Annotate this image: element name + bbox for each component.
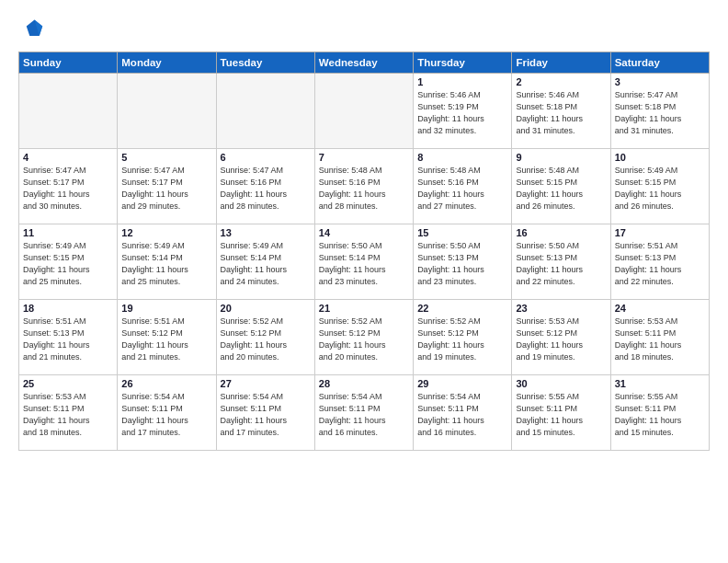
day-number: 9 [516,152,606,163]
weekday-header-row: SundayMondayTuesdayWednesdayThursdayFrid… [19,52,710,74]
day-content: Sunrise: 5:50 AM Sunset: 5:13 PM Dayligh… [516,240,606,288]
day-number: 16 [516,227,606,238]
day-number: 12 [121,227,211,238]
day-content: Sunrise: 5:55 AM Sunset: 5:11 PM Dayligh… [516,391,606,439]
weekday-header-thursday: Thursday [414,52,512,74]
day-content: Sunrise: 5:52 AM Sunset: 5:12 PM Dayligh… [221,316,311,363]
weekday-header-friday: Friday [512,52,610,74]
day-number: 4 [23,152,113,163]
day-content: Sunrise: 5:49 AM Sunset: 5:14 PM Dayligh… [121,240,211,288]
day-cell-5: 5Sunrise: 5:47 AM Sunset: 5:17 PM Daylig… [118,149,216,224]
day-cell-26: 26Sunrise: 5:54 AM Sunset: 5:11 PM Dayli… [118,375,216,451]
day-cell-29: 29Sunrise: 5:54 AM Sunset: 5:11 PM Dayli… [414,375,512,451]
day-number: 6 [221,152,311,163]
day-content: Sunrise: 5:49 AM Sunset: 5:15 PM Dayligh… [23,240,113,288]
day-content: Sunrise: 5:54 AM Sunset: 5:11 PM Dayligh… [417,391,507,439]
day-cell-12: 12Sunrise: 5:49 AM Sunset: 5:14 PM Dayli… [118,224,216,300]
day-number: 8 [417,152,507,163]
day-number: 2 [516,76,606,87]
day-cell-9: 9Sunrise: 5:48 AM Sunset: 5:15 PM Daylig… [512,149,610,224]
day-number: 3 [615,76,705,87]
week-row-1: 1Sunrise: 5:46 AM Sunset: 5:19 PM Daylig… [19,74,710,149]
week-row-3: 11Sunrise: 5:49 AM Sunset: 5:15 PM Dayli… [19,224,710,300]
day-cell-empty-2 [216,74,314,149]
day-number: 10 [615,152,705,163]
day-content: Sunrise: 5:50 AM Sunset: 5:13 PM Dayligh… [417,240,507,288]
day-cell-2: 2Sunrise: 5:46 AM Sunset: 5:18 PM Daylig… [512,74,610,149]
day-content: Sunrise: 5:53 AM Sunset: 5:11 PM Dayligh… [615,316,705,363]
day-number: 25 [23,378,113,389]
day-content: Sunrise: 5:48 AM Sunset: 5:16 PM Dayligh… [417,165,507,213]
day-cell-31: 31Sunrise: 5:55 AM Sunset: 5:11 PM Dayli… [610,375,709,451]
day-cell-3: 3Sunrise: 5:47 AM Sunset: 5:18 PM Daylig… [610,74,709,149]
day-cell-17: 17Sunrise: 5:51 AM Sunset: 5:13 PM Dayli… [610,224,709,300]
day-content: Sunrise: 5:54 AM Sunset: 5:11 PM Dayligh… [121,391,211,439]
day-content: Sunrise: 5:52 AM Sunset: 5:12 PM Dayligh… [319,316,409,363]
day-content: Sunrise: 5:47 AM Sunset: 5:17 PM Dayligh… [121,165,211,213]
day-number: 21 [319,303,409,314]
day-number: 20 [221,303,311,314]
day-cell-13: 13Sunrise: 5:49 AM Sunset: 5:14 PM Dayli… [216,224,314,300]
day-cell-6: 6Sunrise: 5:47 AM Sunset: 5:16 PM Daylig… [216,149,314,224]
day-content: Sunrise: 5:54 AM Sunset: 5:11 PM Dayligh… [221,391,311,439]
weekday-header-saturday: Saturday [610,52,709,74]
day-cell-24: 24Sunrise: 5:53 AM Sunset: 5:11 PM Dayli… [610,300,709,375]
day-content: Sunrise: 5:47 AM Sunset: 5:16 PM Dayligh… [221,165,311,213]
day-number: 26 [121,378,211,389]
day-cell-7: 7Sunrise: 5:48 AM Sunset: 5:16 PM Daylig… [314,149,413,224]
day-cell-27: 27Sunrise: 5:54 AM Sunset: 5:11 PM Dayli… [216,375,314,451]
day-number: 29 [417,378,507,389]
week-row-2: 4Sunrise: 5:47 AM Sunset: 5:17 PM Daylig… [19,149,710,224]
day-number: 19 [121,303,211,314]
day-number: 30 [516,378,606,389]
day-cell-15: 15Sunrise: 5:50 AM Sunset: 5:13 PM Dayli… [414,224,512,300]
day-cell-25: 25Sunrise: 5:53 AM Sunset: 5:11 PM Dayli… [19,375,118,451]
day-number: 14 [319,227,409,238]
day-cell-8: 8Sunrise: 5:48 AM Sunset: 5:16 PM Daylig… [414,149,512,224]
day-number: 23 [516,303,606,314]
day-cell-18: 18Sunrise: 5:51 AM Sunset: 5:13 PM Dayli… [19,300,118,375]
day-number: 27 [221,378,311,389]
day-content: Sunrise: 5:51 AM Sunset: 5:13 PM Dayligh… [615,240,705,288]
weekday-header-sunday: Sunday [19,52,118,74]
day-content: Sunrise: 5:48 AM Sunset: 5:16 PM Dayligh… [319,165,409,213]
day-number: 15 [417,227,507,238]
header [18,17,710,42]
week-row-5: 25Sunrise: 5:53 AM Sunset: 5:11 PM Dayli… [19,375,710,451]
day-cell-4: 4Sunrise: 5:47 AM Sunset: 5:17 PM Daylig… [19,149,118,224]
day-cell-21: 21Sunrise: 5:52 AM Sunset: 5:12 PM Dayli… [314,300,413,375]
day-cell-1: 1Sunrise: 5:46 AM Sunset: 5:19 PM Daylig… [414,74,512,149]
logo-icon [18,17,44,42]
day-cell-14: 14Sunrise: 5:50 AM Sunset: 5:14 PM Dayli… [314,224,413,300]
logo [18,17,48,42]
calendar: SundayMondayTuesdayWednesdayThursdayFrid… [18,52,710,451]
page: SundayMondayTuesdayWednesdayThursdayFrid… [0,0,728,563]
day-cell-11: 11Sunrise: 5:49 AM Sunset: 5:15 PM Dayli… [19,224,118,300]
day-content: Sunrise: 5:48 AM Sunset: 5:15 PM Dayligh… [516,165,606,213]
day-content: Sunrise: 5:50 AM Sunset: 5:14 PM Dayligh… [319,240,409,288]
day-number: 13 [221,227,311,238]
day-number: 17 [615,227,705,238]
day-number: 24 [615,303,705,314]
weekday-header-monday: Monday [118,52,216,74]
day-content: Sunrise: 5:49 AM Sunset: 5:15 PM Dayligh… [615,165,705,213]
weekday-header-wednesday: Wednesday [314,52,413,74]
day-cell-empty-0 [19,74,118,149]
day-content: Sunrise: 5:53 AM Sunset: 5:11 PM Dayligh… [23,391,113,439]
day-cell-20: 20Sunrise: 5:52 AM Sunset: 5:12 PM Dayli… [216,300,314,375]
day-content: Sunrise: 5:46 AM Sunset: 5:18 PM Dayligh… [516,89,606,137]
day-content: Sunrise: 5:54 AM Sunset: 5:11 PM Dayligh… [319,391,409,439]
day-content: Sunrise: 5:51 AM Sunset: 5:13 PM Dayligh… [23,316,113,363]
day-content: Sunrise: 5:46 AM Sunset: 5:19 PM Dayligh… [417,89,507,137]
day-number: 28 [319,378,409,389]
day-number: 18 [23,303,113,314]
day-cell-empty-1 [118,74,216,149]
day-content: Sunrise: 5:52 AM Sunset: 5:12 PM Dayligh… [417,316,507,363]
day-cell-19: 19Sunrise: 5:51 AM Sunset: 5:12 PM Dayli… [118,300,216,375]
day-cell-28: 28Sunrise: 5:54 AM Sunset: 5:11 PM Dayli… [314,375,413,451]
day-content: Sunrise: 5:55 AM Sunset: 5:11 PM Dayligh… [615,391,705,439]
day-number: 22 [417,303,507,314]
day-content: Sunrise: 5:51 AM Sunset: 5:12 PM Dayligh… [121,316,211,363]
day-cell-16: 16Sunrise: 5:50 AM Sunset: 5:13 PM Dayli… [512,224,610,300]
day-number: 11 [23,227,113,238]
